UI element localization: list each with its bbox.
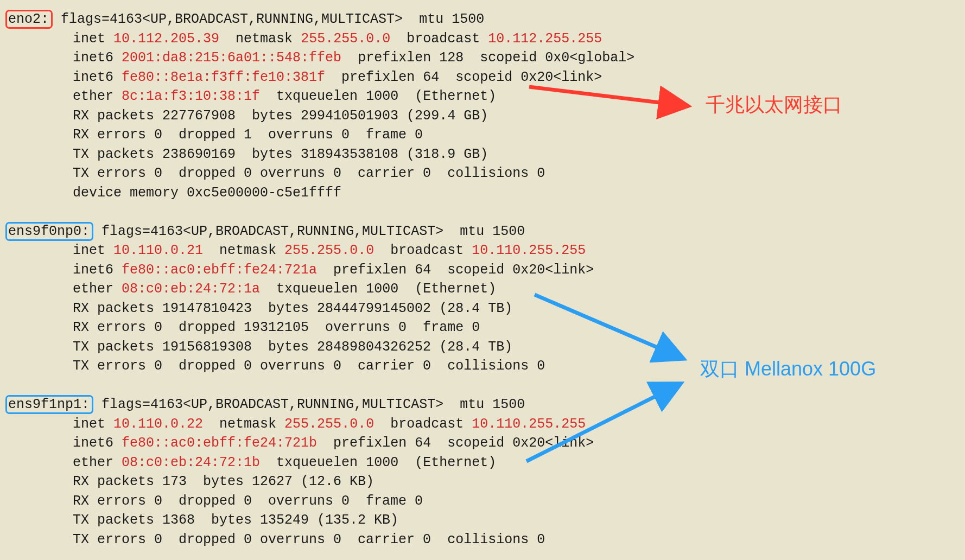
annotation-mellanox-label: 双口 Mellanox 100G [700, 359, 876, 379]
terminal-output: eno2: flags=4163<UP,BROADCAST,RUNNING,MU… [8, 10, 634, 549]
ip-value: 255.255.0.0 [301, 31, 390, 47]
ip-value: 08:c0:eb:24:72:1a [122, 281, 260, 297]
ip-value: 255.255.0.0 [284, 243, 374, 258]
interface-name: eno2: [5, 10, 53, 29]
ip-value: fe80::8e1a:f3ff:fe10:381f [122, 69, 325, 85]
ip-value: 10.110.255.255 [472, 243, 586, 258]
ip-value: 255.255.0.0 [284, 416, 374, 432]
ip-value: 8c:1a:f3:10:38:1f [122, 88, 260, 104]
ip-value: 2001:da8:215:6a01::548:ffeb [122, 50, 341, 66]
ip-value: 10.110.0.21 [113, 243, 203, 258]
ip-value: fe80::ac0:ebff:fe24:721b [122, 435, 317, 451]
interface-name: ens9f1np1: [5, 395, 93, 414]
ip-value: 10.112.205.39 [113, 31, 219, 47]
ip-value: fe80::ac0:ebff:fe24:721a [122, 262, 317, 278]
ip-value: 10.110.255.255 [472, 416, 586, 432]
ip-value: 10.110.0.22 [113, 416, 203, 432]
ip-value: 08:c0:eb:24:72:1b [122, 455, 260, 470]
interface-name: ens9f0np0: [5, 222, 93, 241]
ip-value: 10.112.255.255 [488, 31, 602, 47]
annotation-gigabit-label: 千兆以太网接口 [706, 95, 842, 114]
